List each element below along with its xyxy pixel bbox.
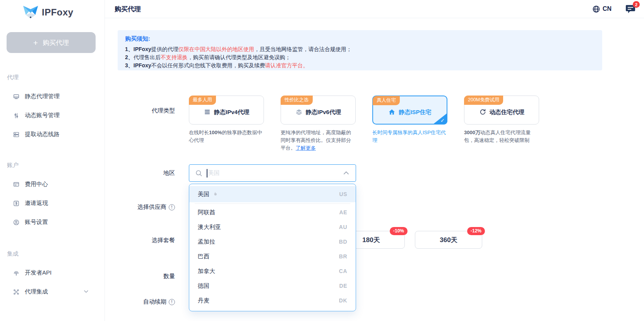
card-title-text: 动态住宅代理 <box>490 109 524 116</box>
region-option-DE[interactable]: 德国DE <box>189 278 356 293</box>
region-name: 加拿大 <box>198 268 215 275</box>
sidebar-item-label: 邀请返现 <box>25 200 48 207</box>
region-option-BD[interactable]: 孟加拉BD <box>189 234 356 249</box>
fox-logo-icon <box>22 5 39 19</box>
package-name: 180天 <box>362 236 380 244</box>
selected-check-icon: ✓ <box>433 113 447 125</box>
messages-count-badge: 2 <box>633 1 640 8</box>
purchase-notice: 购买须知: 1、IPFoxy提供的代理仅限在中国大陆以外的地区使用，且受当地网络… <box>118 30 602 70</box>
notice-title: 购买须知: <box>125 35 595 43</box>
main-content: 购买须知: 1、IPFoxy提供的代理仅限在中国大陆以外的地区使用，且受当地网络… <box>105 18 644 321</box>
card-description: 更纯净的代理地址，高度隐蔽的同时享有高性价比。仅支持部分平台。了解更多 <box>281 129 356 152</box>
sidebar-item-label: 费用中心 <box>25 181 48 188</box>
refresh-icon <box>479 108 486 117</box>
card-title: 静态IPv6代理 <box>295 108 341 117</box>
discount-badge: -10% <box>390 227 408 235</box>
region-search-input[interactable]: 美国 <box>189 164 356 182</box>
language-switcher[interactable]: CN <box>592 5 611 13</box>
region-option-BR[interactable]: 巴西BR <box>189 249 356 264</box>
auto-renew-label: 自动续期 ! <box>115 298 175 306</box>
sidebar-section-label: 集成 <box>0 248 104 260</box>
region-name: 澳大利亚 <box>198 224 221 231</box>
sidebar-item-account-settings[interactable]: 账号设置 <box>0 213 104 232</box>
card-title: 静态ISP住宅 <box>388 108 431 117</box>
sidebar-item-invite-cashback[interactable]: 邀请返现 <box>0 194 104 213</box>
card-badge: 真人住宅 <box>373 96 400 105</box>
sidebar-item-label: 账号设置 <box>25 219 48 226</box>
info-icon[interactable]: ! <box>169 204 175 210</box>
sidebar-section-label: 账户 <box>0 159 104 171</box>
package-label: 选择套餐 <box>115 237 175 244</box>
card-description: 在线时长100%的独享静态数据中心代理 <box>189 129 264 144</box>
sidebar-item-label: 代理集成 <box>25 288 48 295</box>
notice-line: 3、IPFoxy不会以任何形式向您线下收取费用，购买及续费请认准官方平台。 <box>125 61 595 70</box>
integration-icon <box>13 289 20 295</box>
region-code: BR <box>339 253 347 260</box>
region-code: AE <box>339 209 347 215</box>
logo-text: IPFoxy <box>42 7 74 18</box>
proxy-type-card[interactable]: 200M免费试用动态住宅代理 <box>464 96 539 125</box>
sidebar-item-extract-lines[interactable]: 提取动态线路 <box>0 125 104 144</box>
region-name: 丹麦 <box>198 297 209 304</box>
sidebar-section: 集成开发者API代理集成 <box>0 248 104 301</box>
card-badge: 最多人用 <box>189 96 216 105</box>
sidebar-item-static-proxy[interactable]: 静态代理管理 <box>0 87 104 106</box>
region-option-CA[interactable]: 加拿大CA <box>189 264 356 278</box>
home-icon <box>388 108 396 117</box>
messages-button[interactable]: 2 <box>625 4 635 14</box>
info-icon[interactable]: ! <box>169 299 175 305</box>
header: 购买代理 CN 2 <box>105 0 644 18</box>
card-badge: 200M免费试用 <box>464 96 503 105</box>
sliders-icon <box>13 112 20 119</box>
package-option[interactable]: 360天-12% <box>415 231 482 249</box>
sidebar-item-dynamic-account[interactable]: 动态账号管理 <box>0 106 104 125</box>
sidebar-item-label: 开发者API <box>25 269 51 277</box>
sidebar-item-label: 动态账号管理 <box>25 112 60 119</box>
region-option-AU[interactable]: 澳大利亚AU <box>189 220 356 234</box>
region-name: 巴西 <box>198 253 209 260</box>
proxy-type-card-column: 最多人用静态IPv4代理在线时长100%的独享静态数据中心代理 <box>189 96 264 152</box>
buy-proxy-button[interactable]: + 购买代理 <box>7 32 96 53</box>
sidebar-item-developer-api[interactable]: 开发者API <box>0 263 104 282</box>
proxy-type-card-column: 真人住宅静态ISP住宅✓长时间专属独享的真人ISP住宅代理 <box>372 96 447 152</box>
globe-icon <box>592 5 600 13</box>
proxy-type-card-column: 200M免费试用动态住宅代理3000万动态真人住宅代理流量包，高速稳定，轻松突破… <box>464 96 539 152</box>
proxy-type-card[interactable]: 最多人用静态IPv4代理 <box>189 96 264 125</box>
notice-line: 2、代理售出后不支持退换，购买前请确认代理类型及地区避免误购； <box>125 53 595 61</box>
language-label: CN <box>603 5 611 12</box>
page-title: 购买代理 <box>115 5 141 14</box>
region-option-AE[interactable]: 阿联酋AE <box>189 205 356 220</box>
quantity-label: 数量 <box>115 273 175 280</box>
dollar-icon <box>13 200 20 207</box>
notice-line: 1、IPFoxy提供的代理仅限在中国大陆以外的地区使用，且受当地网络监管，请合法… <box>125 45 595 53</box>
region-code: BD <box>339 239 347 245</box>
supplier-label: 选择供应商 ! <box>115 203 175 211</box>
region-code: DK <box>339 297 347 304</box>
region-name: 美国 <box>198 191 209 198</box>
sidebar-section: 账户费用中心邀请返现账号设置 <box>0 159 104 232</box>
card-title: 动态住宅代理 <box>479 108 524 117</box>
text-cursor <box>207 169 207 178</box>
region-name: 德国 <box>198 282 209 290</box>
region-code: DE <box>339 283 347 289</box>
sidebar-item-label: 提取动态线路 <box>25 131 60 138</box>
sidebar-item-billing-center[interactable]: 费用中心 <box>0 175 104 194</box>
region-option-DK[interactable]: 丹麦DK <box>189 293 356 308</box>
proxy-type-card[interactable]: 真人住宅静态ISP住宅✓ <box>372 96 447 125</box>
chevron-up-icon[interactable] <box>343 169 350 177</box>
region-option-US[interactable]: 美国US <box>189 186 356 202</box>
card-title-text: 静态IPv6代理 <box>306 109 341 116</box>
layers-icon <box>295 108 303 117</box>
proxy-type-card[interactable]: 性价比之选静态IPv6代理 <box>281 96 356 125</box>
proxy-type-card-column: 性价比之选静态IPv6代理更纯净的代理地址，高度隐蔽的同时享有高性价比。仅支持部… <box>281 96 356 152</box>
server-stack-icon <box>204 108 211 117</box>
sidebar-section: 代理静态代理管理动态账号管理提取动态线路 <box>0 72 104 144</box>
sidebar-item-proxy-integration[interactable]: 代理集成 <box>0 282 104 301</box>
server-icon <box>13 131 20 138</box>
region-code: US <box>339 191 347 197</box>
learn-more-link[interactable]: 了解更多 <box>296 145 316 151</box>
region-code: CA <box>339 268 347 274</box>
region-dropdown: 美国US阿联酋AE澳大利亚AU孟加拉BD巴西BR加拿大CA德国DE丹麦DK <box>189 184 356 311</box>
search-icon <box>195 169 202 177</box>
chevron-down-icon[interactable] <box>83 289 89 295</box>
